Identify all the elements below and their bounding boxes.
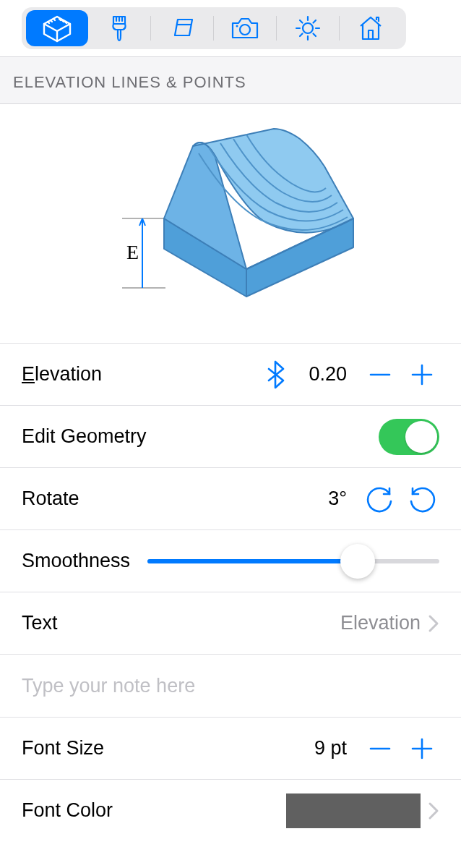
home-icon <box>356 14 385 42</box>
tool-measure[interactable] <box>26 10 88 46</box>
preview-area: E <box>0 104 461 343</box>
row-edit-geometry: Edit Geometry <box>0 405 461 467</box>
toolbar-pill <box>22 7 406 49</box>
tool-home[interactable] <box>340 10 402 46</box>
elevation-value: 0.20 <box>309 363 347 386</box>
note-input[interactable] <box>22 655 439 717</box>
slider-fill <box>147 559 358 563</box>
svg-point-1 <box>236 25 238 27</box>
edit-geometry-toggle[interactable] <box>379 419 439 455</box>
smoothness-slider[interactable] <box>147 544 439 579</box>
svg-point-0 <box>240 25 250 35</box>
eraser-icon <box>168 15 197 41</box>
font-size-value: 9 pt <box>314 737 347 760</box>
elevation-plus-button[interactable] <box>405 357 439 392</box>
row-text[interactable]: Text Elevation <box>0 592 461 654</box>
font-size-label: Font Size <box>22 737 314 760</box>
preview-label: E <box>126 241 139 263</box>
toolbar <box>0 0 461 56</box>
font-color-swatch[interactable] <box>286 793 421 828</box>
rotate-cw-button[interactable] <box>363 482 397 516</box>
brush-icon <box>106 14 132 43</box>
row-font-color[interactable]: Font Color <box>0 779 461 841</box>
font-size-plus-button[interactable] <box>405 731 439 766</box>
row-font-size: Font Size 9 pt <box>0 717 461 779</box>
row-rotate: Rotate 3° <box>0 467 461 529</box>
elevation-minus-button[interactable] <box>363 357 397 392</box>
smoothness-label: Smoothness <box>22 550 130 572</box>
toggle-knob <box>405 421 437 453</box>
svg-point-2 <box>303 23 313 33</box>
camera-icon <box>230 16 260 41</box>
tool-brush[interactable] <box>88 10 150 46</box>
font-color-label: Font Color <box>22 799 286 822</box>
rotate-ccw-button[interactable] <box>405 482 439 516</box>
slider-knob[interactable] <box>340 544 375 579</box>
tool-sun[interactable] <box>277 10 339 46</box>
rotate-value: 3° <box>328 488 347 510</box>
row-note <box>0 654 461 717</box>
chevron-right-icon <box>428 801 439 820</box>
font-size-minus-button[interactable] <box>363 731 397 766</box>
section-header: ELEVATION LINES & POINTS <box>0 56 461 104</box>
elevation-label: Elevation <box>22 363 258 386</box>
rotate-label: Rotate <box>22 488 328 510</box>
text-label: Text <box>22 612 340 634</box>
measure-icon <box>40 14 74 43</box>
row-smoothness: Smoothness <box>0 529 461 592</box>
edit-geometry-label: Edit Geometry <box>22 425 379 448</box>
elevation-preview-illustration: E <box>79 124 382 312</box>
tool-eraser[interactable] <box>151 10 213 46</box>
row-elevation: Elevation 0.20 <box>0 343 461 405</box>
chevron-right-icon <box>428 614 439 633</box>
slider-track <box>147 559 439 563</box>
text-value: Elevation <box>340 612 421 634</box>
tool-camera[interactable] <box>214 10 276 46</box>
settings-list: Elevation 0.20 Edit Geometry Rotate 3° S… <box>0 343 461 841</box>
sun-icon <box>293 14 322 43</box>
bluetooth-icon[interactable] <box>258 357 293 392</box>
